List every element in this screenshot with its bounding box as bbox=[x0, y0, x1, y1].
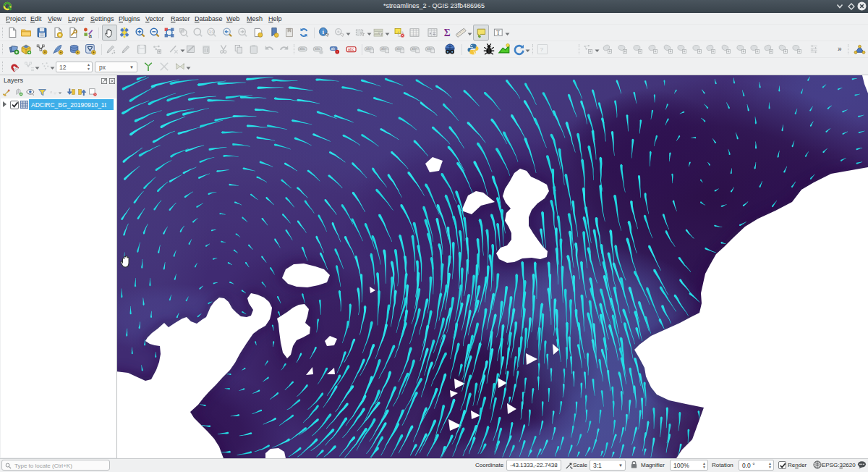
svg-text:?: ? bbox=[540, 46, 543, 53]
svg-text:T: T bbox=[496, 30, 500, 36]
svg-text:a: a bbox=[88, 33, 92, 38]
svg-text:abc: abc bbox=[348, 47, 354, 51]
svg-text:ε: ε bbox=[50, 89, 52, 95]
svg-text:ab: ab bbox=[331, 47, 336, 51]
svg-text:abc: abc bbox=[299, 47, 305, 51]
svg-text:Σ: Σ bbox=[444, 28, 451, 38]
svg-text:abc: abc bbox=[315, 47, 320, 51]
svg-text:1:1: 1:1 bbox=[209, 30, 214, 34]
